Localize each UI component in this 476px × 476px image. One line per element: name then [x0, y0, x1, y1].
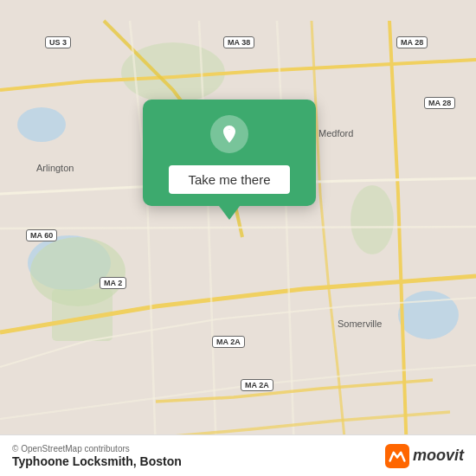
- take-me-there-button[interactable]: Take me there: [169, 165, 289, 194]
- bottom-bar-info: © OpenStreetMap contributors Typhoone Lo…: [12, 444, 182, 468]
- medford-label: Medford: [318, 128, 353, 138]
- location-pin-icon: [219, 124, 240, 145]
- road-shield-ma28-top: MA 28: [396, 36, 428, 48]
- road-shield-us3: US 3: [45, 36, 71, 48]
- map-container: Arlington Medford Somerville US 3 MA 38 …: [0, 0, 476, 476]
- osm-credit: © OpenStreetMap contributors: [12, 444, 182, 453]
- svg-point-2: [17, 107, 66, 142]
- somerville-label: Somerville: [338, 318, 382, 329]
- road-shield-ma2a-1: MA 2A: [212, 336, 245, 348]
- moovit-icon: [385, 444, 409, 468]
- location-icon-circle: [210, 115, 248, 153]
- svg-point-4: [398, 291, 459, 339]
- arlington-label: Arlington: [36, 163, 74, 173]
- road-shield-ma28-right: MA 28: [424, 97, 455, 109]
- bottom-bar: © OpenStreetMap contributors Typhoone Lo…: [0, 434, 476, 476]
- road-shield-ma2a-2: MA 2A: [241, 379, 273, 391]
- road-shield-ma2: MA 2: [100, 277, 126, 289]
- moovit-text: moovit: [413, 447, 464, 465]
- road-shield-ma60: MA 60: [26, 229, 57, 241]
- map-background: [0, 0, 476, 476]
- place-name: Typhoone Locksmith, Boston: [12, 454, 182, 468]
- popup-card: Take me there: [143, 100, 316, 206]
- road-shield-ma38: MA 38: [223, 36, 254, 48]
- svg-point-8: [351, 185, 394, 254]
- moovit-logo: moovit: [385, 444, 464, 468]
